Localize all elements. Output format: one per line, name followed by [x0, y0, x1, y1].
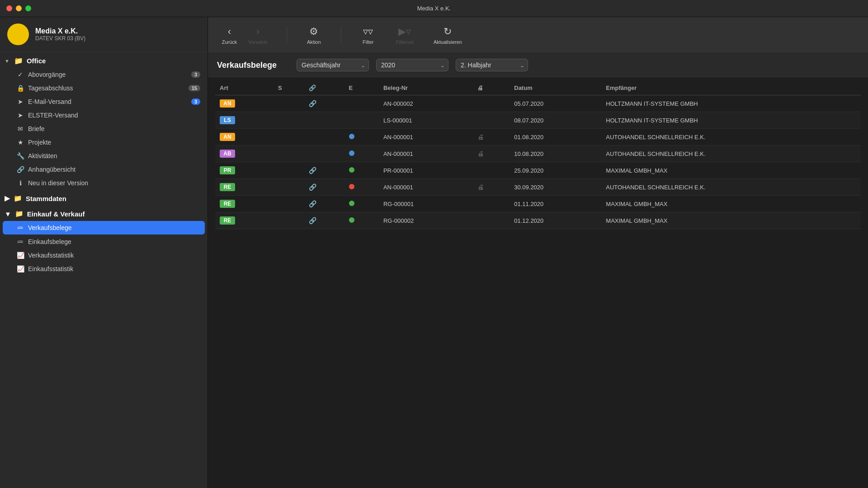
col-beleg: Beleg-Nr	[379, 81, 473, 95]
folder-icon: 📁	[15, 210, 24, 218]
sidebar-section-einkauf[interactable]: ▼ 📁 Einkauf & Verkauf	[0, 205, 208, 221]
window-title: Media X e.K.	[417, 5, 451, 12]
sidebar-item-aktivitaeten[interactable]: 🔧 Aktivitäten	[0, 149, 208, 163]
cell-empfaenger: AUTOHANDEL SCHNELLREICH E.K.	[601, 179, 861, 196]
cell-empfaenger: MAXIMAL GMBH_MAX	[601, 162, 861, 179]
cell-print: 🖨	[473, 145, 509, 162]
link-icon: 🔗	[309, 167, 316, 174]
filterset-button[interactable]: ▶▿ Filterset	[392, 23, 418, 47]
cell-e	[344, 95, 379, 112]
folder-icon: 📁	[14, 56, 23, 65]
table-row[interactable]: ABAN-000001🖨10.08.2020AUTOHANDEL SCHNELL…	[215, 145, 861, 162]
link-icon: 🔗	[16, 166, 24, 173]
status-dot	[349, 134, 354, 139]
cell-beleg-nr: AN-000001	[379, 179, 473, 196]
content-area: Verkaufsbelege Geschäftsjahr 2020 2. Hal…	[208, 53, 868, 488]
table-row[interactable]: LSLS-00000108.07.2020HOLTZMANN IT-SYSTEM…	[215, 112, 861, 129]
cell-datum: 01.08.2020	[509, 129, 601, 145]
action-button[interactable]: ⚙ Aktion	[302, 23, 326, 47]
table-row[interactable]: AN🔗AN-00000205.07.2020HOLTZMANN IT-SYSTE…	[215, 95, 861, 112]
cell-datum: 05.07.2020	[509, 95, 601, 112]
col-empfaenger: Empfänger	[601, 81, 861, 95]
cell-link: 🔗	[304, 196, 344, 212]
separator	[341, 26, 341, 44]
cell-print	[473, 95, 509, 112]
cell-e	[344, 112, 379, 129]
cell-s	[274, 129, 304, 145]
table-header-row: Art S 🔗 E Beleg-Nr 🖨 Datum Empfänger	[215, 81, 861, 95]
cell-link: 🔗	[304, 212, 344, 229]
company-header: Media X e.K. DATEV SKR 03 (BV)	[0, 17, 208, 52]
sidebar-item-label: Briefe	[28, 125, 200, 132]
sidebar-item-tagesabschluss[interactable]: 🔒 Tagesabschluss 15	[0, 81, 208, 95]
forward-button[interactable]: › Vorwärts	[244, 23, 272, 47]
table-row[interactable]: PR🔗PR-00000125.09.2020MAXIMAL GMBH_MAX	[215, 162, 861, 179]
sidebar-item-elster-versand[interactable]: ➤ ELSTER-Versand	[0, 108, 208, 122]
filter2-wrapper: 2020	[376, 59, 448, 71]
close-button[interactable]	[6, 5, 12, 11]
col-datum: Datum	[509, 81, 601, 95]
sidebar-item-label: Verkaufsstatistik	[28, 252, 200, 259]
filter3-select[interactable]: 2. Halbjahr	[456, 59, 528, 71]
cell-link: 🔗	[304, 162, 344, 179]
sidebar-item-einkaufsstatistik[interactable]: 📈 Einkaufsstatistik	[0, 262, 208, 276]
filter-icon: ▿▿	[363, 26, 373, 38]
filter1-wrapper: Geschäftsjahr	[297, 59, 369, 71]
nav-buttons: ‹ Zurück › Vorwärts	[217, 23, 272, 47]
list-icon: ≔	[16, 224, 24, 231]
maximize-button[interactable]	[25, 5, 31, 11]
filter1-select[interactable]: Geschäftsjahr	[297, 59, 369, 71]
sidebar-item-abovorgaenge[interactable]: ✓ Abovorgänge 3	[0, 68, 208, 81]
table-row[interactable]: ANAN-000001🖨01.08.2020AUTOHANDEL SCHNELL…	[215, 129, 861, 145]
table-row[interactable]: RE🔗AN-000001🖨30.09.2020AUTOHANDEL SCHNEL…	[215, 179, 861, 196]
refresh-button[interactable]: ↻ Aktualisieren	[429, 23, 467, 47]
sidebar-item-verkaufsbelege[interactable]: ≔ Verkaufsbelege	[3, 221, 205, 235]
cell-empfaenger: HOLTZMANN IT-SYSTEME GMBH	[601, 95, 861, 112]
sidebar-section-stammdaten[interactable]: ▶ 📁 Stammdaten	[0, 190, 208, 205]
link-icon: 🔗	[309, 183, 316, 191]
cell-beleg-nr: AN-000001	[379, 145, 473, 162]
sidebar-item-briefe[interactable]: ✉ Briefe	[0, 122, 208, 136]
sidebar-item-label: ELSTER-Versand	[28, 112, 200, 119]
cell-empfaenger: AUTOHANDEL SCHNELLREICH E.K.	[601, 129, 861, 145]
cell-print	[473, 162, 509, 179]
back-button[interactable]: ‹ Zurück	[217, 23, 242, 47]
sidebar-item-verkaufsstatistik[interactable]: 📈 Verkaufsstatistik	[0, 249, 208, 262]
col-s: S	[274, 81, 304, 95]
company-avatar	[7, 23, 29, 45]
col-link: 🔗	[304, 81, 344, 95]
check-icon: ✓	[16, 71, 24, 78]
print-icon: 🖨	[477, 150, 484, 157]
sidebar-item-neu-version[interactable]: ℹ Neu in dieser Version	[0, 176, 208, 190]
cell-art: AB	[215, 145, 274, 162]
cell-e	[344, 162, 379, 179]
sidebar-item-label: Tagesabschluss	[28, 84, 185, 92]
cell-art: PR	[215, 162, 274, 179]
filter-button[interactable]: ▿▿ Filter	[356, 23, 381, 47]
cell-link: 🔗	[304, 95, 344, 112]
cell-e	[344, 196, 379, 212]
sidebar-item-label: Neu in dieser Version	[28, 179, 200, 187]
link-icon: 🔗	[309, 200, 316, 207]
sidebar-item-label: Anhangübersicht	[28, 166, 200, 173]
cell-print: 🖨	[473, 129, 509, 145]
sidebar-item-einkaufsbelege[interactable]: ≔ Einkaufsbelege	[0, 235, 208, 249]
cell-s	[274, 95, 304, 112]
table-row[interactable]: RE🔗RG-00000101.11.2020MAXIMAL GMBH_MAX	[215, 196, 861, 212]
sidebar-item-email-versand[interactable]: ➤ E-Mail-Versand 3	[0, 95, 208, 108]
cell-print	[473, 212, 509, 229]
sidebar-item-label: Aktivitäten	[28, 152, 200, 160]
lock-icon: 🔒	[16, 84, 24, 92]
minimize-button[interactable]	[16, 5, 22, 11]
sidebar-item-projekte[interactable]: ★ Projekte	[0, 136, 208, 149]
sidebar-item-anhanguebersicht[interactable]: 🔗 Anhangübersicht	[0, 163, 208, 176]
sidebar-section-office[interactable]: ▼ 📁 Office	[0, 52, 208, 68]
company-name: Media X e.K.	[35, 27, 85, 35]
cell-art: RE	[215, 212, 274, 229]
cell-datum: 01.12.2020	[509, 212, 601, 229]
einkauf-section-label: Einkauf & Verkauf	[27, 210, 85, 218]
filter2-select[interactable]: 2020	[376, 59, 448, 71]
sidebar-item-label: Projekte	[28, 139, 200, 146]
badge-abovorgaenge: 3	[191, 71, 200, 78]
table-row[interactable]: RE🔗RG-00000201.12.2020MAXIMAL GMBH_MAX	[215, 212, 861, 229]
